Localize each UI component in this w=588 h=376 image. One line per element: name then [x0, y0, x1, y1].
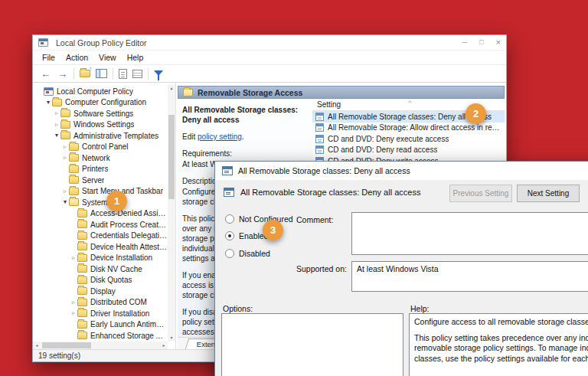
next-setting-button[interactable]: Next Setting [517, 185, 580, 202]
tree-item-server[interactable]: Server [33, 175, 168, 186]
up-level-icon[interactable] [80, 70, 90, 77]
back-icon[interactable] [40, 68, 51, 80]
edit-policy-setting-line: Edit policy setting. [182, 132, 308, 142]
menu-bar: File Action View Help [33, 51, 506, 64]
tree-item-credentials-delegation[interactable]: Credentials Delegation [33, 231, 168, 242]
console-root-icon [44, 87, 54, 96]
tree-item-disk-nv-cache[interactable]: Disk NV Cache [33, 263, 168, 275]
tree-item-driver-installation[interactable]: Driver Installation [33, 308, 168, 319]
tree-item-early-launch-antimalware[interactable]: Early Launch Antimalware [33, 319, 168, 331]
tree-vertical-scrollbar[interactable] [168, 84, 175, 342]
comment-label: Comment: [296, 215, 333, 224]
dialog-heading: All Removable Storage classes: Deny all … [240, 188, 420, 197]
menu-help[interactable]: Help [122, 53, 149, 62]
help-label: Help: [410, 304, 430, 313]
window-titlebar[interactable]: Local Group Policy Editor [33, 35, 506, 51]
folder-icon [77, 232, 87, 240]
radio-disabled[interactable]: Disabled [225, 248, 270, 259]
expand-arrow-icon[interactable] [53, 110, 60, 117]
minimize-button[interactable] [462, 34, 467, 51]
options-box[interactable] [221, 313, 403, 376]
folder-icon [69, 165, 79, 173]
setting-item[interactable]: CD and DVD: Deny read access [312, 145, 505, 156]
collapse-arrow-icon[interactable] [61, 198, 69, 206]
tree-item-administrative-templates[interactable]: Administrative Templates [33, 130, 168, 142]
scroll-down-icon[interactable] [168, 334, 175, 342]
previous-setting-button[interactable]: Previous Setting [449, 185, 512, 202]
filter-icon[interactable] [154, 70, 163, 76]
tree-item-device-health-attestation[interactable]: Device Health Attestation Service [33, 241, 168, 253]
pane-header: Removable Storage Access [178, 86, 505, 99]
folder-icon [69, 176, 79, 184]
requirements-label: Requirements: [182, 149, 308, 159]
tree-item-enhanced-storage-access[interactable]: Enhanced Storage Access [33, 330, 168, 342]
properties-icon[interactable] [132, 70, 142, 78]
supported-on-value: At least Windows Vista [357, 264, 439, 273]
tree-item-display[interactable]: Display [33, 286, 168, 297]
tree-item-software-settings[interactable]: Software Settings [33, 108, 168, 119]
policy-icon [224, 188, 234, 197]
folder-icon [77, 254, 87, 262]
desktop-background: Local Group Policy Editor File Action Vi… [0, 0, 588, 376]
tree-item-local-computer-policy[interactable]: Local Computer Policy [33, 86, 168, 97]
menu-file[interactable]: File [37, 53, 60, 62]
expand-arrow-icon[interactable] [70, 309, 77, 317]
scroll-up-icon[interactable] [168, 84, 175, 92]
step-badge-1: 1 [106, 191, 127, 211]
vertical-scrollbar-thumb[interactable] [168, 115, 175, 199]
export-list-icon[interactable] [119, 69, 127, 79]
edit-policy-setting-link[interactable]: policy setting [198, 132, 242, 141]
maximize-button[interactable] [479, 34, 483, 51]
tree-horizontal-scrollbar[interactable] [33, 342, 168, 349]
tree-item-device-installation[interactable]: Device Installation [33, 253, 168, 264]
setting-item[interactable]: CD and DVD: Deny execute access [312, 133, 505, 145]
window-title: Local Group Policy Editor [56, 38, 146, 47]
tree-item-audit-process-creation[interactable]: Audit Process Creation [33, 219, 168, 231]
folder-icon [77, 332, 87, 339]
tree-item-windows-settings[interactable]: Windows Settings [33, 119, 168, 131]
toolbar-separator [74, 68, 74, 80]
policy-icon [315, 123, 324, 132]
expand-arrow-icon[interactable] [70, 299, 77, 306]
tree-item-system[interactable]: System [33, 197, 168, 208]
pane-header-title: Removable Storage Access [198, 88, 302, 97]
expand-arrow-icon[interactable] [53, 121, 60, 129]
tree-item-start-menu-and-taskbar[interactable]: Start Menu and Taskbar [33, 186, 168, 198]
help-paragraph: Configure access to all removable storag… [414, 317, 588, 328]
console-tree-pane: Local Computer Policy Computer Configura… [33, 83, 176, 349]
open-folder-icon [183, 89, 193, 96]
folder-icon [69, 143, 79, 151]
tree-item-control-panel[interactable]: Control Panel [33, 142, 168, 153]
forward-icon[interactable] [57, 68, 68, 80]
tree-item-computer-configuration[interactable]: Computer Configuration [33, 97, 168, 109]
expand-arrow-icon[interactable] [61, 188, 69, 195]
scroll-right-icon[interactable] [160, 342, 168, 349]
tree-item-disk-quotas[interactable]: Disk Quotas [33, 275, 168, 286]
show-console-tree-icon[interactable] [96, 69, 107, 78]
menu-view[interactable]: View [93, 53, 122, 62]
policy-icon [315, 113, 324, 121]
sort-ascending-icon: ^ [409, 99, 412, 106]
horizontal-scrollbar-thumb[interactable] [42, 342, 91, 348]
collapse-arrow-icon[interactable] [44, 99, 52, 106]
help-box[interactable]: Configure access to all removable storag… [409, 313, 588, 376]
tree-item-distributed-com[interactable]: Distributed COM [33, 297, 168, 309]
expand-arrow-icon[interactable] [70, 254, 77, 262]
dialog-titlebar[interactable]: All Removable Storage classes: Deny all … [215, 162, 588, 180]
policy-dialog-icon [222, 166, 233, 175]
expand-arrow-icon[interactable] [61, 154, 69, 162]
radio-not-configured[interactable]: Not Configured [225, 214, 293, 224]
column-label: Setting [317, 100, 341, 109]
expand-arrow-icon[interactable] [61, 143, 69, 151]
comment-textarea[interactable] [351, 212, 588, 255]
toolbar-separator [113, 68, 113, 80]
scroll-left-icon[interactable] [33, 342, 41, 349]
collapse-arrow-icon[interactable] [53, 132, 60, 139]
folder-icon [77, 299, 87, 306]
tree-item-access-denied-assistance[interactable]: Access-Denied Assistance [33, 208, 168, 220]
menu-action[interactable]: Action [60, 53, 93, 62]
radio-enabled[interactable]: Enabled [225, 231, 269, 241]
tree-item-printers[interactable]: Printers [33, 164, 168, 175]
close-button[interactable] [496, 34, 501, 51]
tree-item-network[interactable]: Network [33, 152, 168, 164]
